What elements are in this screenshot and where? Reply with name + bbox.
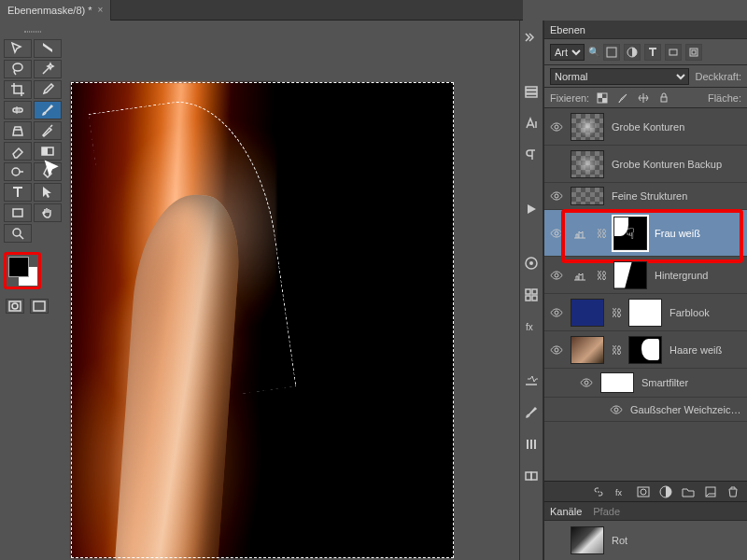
channels-panel-header[interactable]: Kanäle Pfade bbox=[544, 502, 747, 521]
paths-tab[interactable]: Pfade bbox=[593, 506, 620, 517]
new-group-icon[interactable] bbox=[680, 483, 697, 500]
layer-thumbnail[interactable] bbox=[571, 113, 604, 141]
layer-row[interactable]: Feine Strukturen bbox=[544, 183, 747, 210]
layer-fx-icon[interactable]: fx bbox=[613, 483, 629, 500]
brushes-panel-icon[interactable] bbox=[522, 403, 541, 422]
filter-pixel-icon[interactable] bbox=[603, 44, 620, 61]
adjustments-panel-icon[interactable] bbox=[522, 371, 541, 390]
path-selection-tool[interactable] bbox=[34, 183, 62, 202]
layer-name[interactable]: Grobe Konturen bbox=[612, 121, 741, 133]
foreground-color[interactable] bbox=[8, 257, 29, 277]
link-icon[interactable]: ⛓ bbox=[597, 228, 606, 239]
visibility-toggle[interactable] bbox=[550, 534, 563, 547]
new-layer-icon[interactable] bbox=[702, 483, 719, 500]
visibility-toggle[interactable] bbox=[550, 189, 563, 203]
styles-panel-icon[interactable]: fx bbox=[522, 317, 541, 336]
visibility-toggle[interactable] bbox=[550, 158, 563, 171]
layer-name[interactable]: Feine Strukturen bbox=[612, 190, 741, 202]
magic-wand-tool[interactable] bbox=[34, 60, 62, 78]
layer-row[interactable]: ⛓ Haare weiß bbox=[544, 331, 747, 369]
hand-tool[interactable] bbox=[34, 203, 62, 222]
layer-name[interactable]: Smartfilter bbox=[641, 377, 741, 388]
brush-presets-panel-icon[interactable] bbox=[522, 435, 541, 454]
actions-panel-icon[interactable] bbox=[522, 200, 541, 218]
layer-name[interactable]: Grobe Konturen Backup bbox=[612, 159, 741, 170]
panel-grip[interactable] bbox=[0, 28, 65, 35]
layer-row[interactable]: Smartfilter bbox=[544, 369, 747, 398]
layer-thumbnail[interactable] bbox=[571, 336, 604, 364]
layer-row[interactable]: ⛓ Farblook bbox=[544, 294, 747, 331]
layer-row[interactable]: ⛓ ☟ Frau weiß bbox=[544, 210, 747, 257]
layer-name[interactable]: Farblook bbox=[669, 307, 741, 318]
swatches-panel-icon[interactable] bbox=[522, 286, 541, 304]
layer-mask-thumbnail[interactable] bbox=[628, 336, 662, 364]
healing-brush-tool[interactable] bbox=[4, 101, 32, 119]
channel-row[interactable]: Rot bbox=[544, 521, 747, 560]
visibility-toggle[interactable] bbox=[550, 120, 563, 133]
expand-panels-icon[interactable] bbox=[522, 28, 541, 47]
layer-name[interactable]: Gaußscher Weichzeichner bbox=[630, 404, 741, 415]
layer-name[interactable]: Hintergrund bbox=[655, 270, 741, 281]
visibility-toggle[interactable] bbox=[550, 227, 563, 240]
screen-mode-toggle[interactable] bbox=[30, 299, 49, 314]
character-panel-icon[interactable] bbox=[522, 114, 541, 133]
lock-all-icon[interactable] bbox=[656, 91, 671, 105]
channel-thumbnail[interactable] bbox=[571, 526, 604, 554]
gradient-tool[interactable] bbox=[34, 142, 62, 161]
color-swatches[interactable] bbox=[4, 252, 41, 289]
pen-tool[interactable] bbox=[34, 162, 62, 181]
layer-name[interactable]: Haare weiß bbox=[669, 344, 741, 356]
layer-name[interactable]: Frau weiß bbox=[655, 228, 741, 239]
filter-type-icon[interactable] bbox=[644, 44, 661, 61]
history-brush-tool[interactable] bbox=[34, 121, 62, 140]
layer-mask-thumbnail[interactable]: ☟ bbox=[613, 217, 647, 250]
document-tab[interactable]: Ebenenmaske/8) * × bbox=[0, 0, 111, 21]
layer-mask-thumbnail[interactable] bbox=[628, 299, 662, 327]
clone-stamp-tool[interactable] bbox=[4, 121, 32, 140]
layer-thumbnail[interactable] bbox=[571, 299, 604, 327]
layer-thumbnail[interactable] bbox=[571, 187, 604, 205]
channel-name[interactable]: Rot bbox=[612, 535, 627, 546]
channels-tab[interactable]: Kanäle bbox=[550, 506, 582, 517]
filter-adjustment-icon[interactable] bbox=[624, 44, 641, 61]
lock-pixels-icon[interactable] bbox=[595, 91, 610, 105]
eraser-tool[interactable] bbox=[4, 142, 32, 161]
paragraph-panel-icon[interactable] bbox=[522, 146, 541, 164]
quickmask-toggle[interactable] bbox=[6, 299, 24, 314]
visibility-toggle[interactable] bbox=[580, 376, 593, 389]
delete-layer-icon[interactable] bbox=[725, 483, 741, 500]
document-canvas[interactable] bbox=[71, 82, 454, 558]
brush-tool[interactable] bbox=[34, 101, 62, 119]
visibility-toggle[interactable] bbox=[610, 403, 623, 416]
layer-row[interactable]: Gaußscher Weichzeichner bbox=[544, 398, 747, 422]
type-tool[interactable] bbox=[4, 183, 32, 202]
layer-mask-thumbnail[interactable] bbox=[613, 261, 647, 289]
filter-smart-icon[interactable] bbox=[685, 44, 702, 61]
color-panel-icon[interactable] bbox=[522, 254, 541, 273]
zoom-tool[interactable] bbox=[4, 224, 32, 243]
link-layers-icon[interactable] bbox=[590, 483, 607, 500]
close-icon[interactable]: × bbox=[98, 5, 104, 15]
filter-shape-icon[interactable] bbox=[665, 44, 682, 61]
lock-move-icon[interactable] bbox=[636, 91, 651, 105]
layer-row[interactable]: ⛓ Hintergrund bbox=[544, 257, 747, 294]
visibility-toggle[interactable] bbox=[550, 343, 563, 357]
lock-position-icon[interactable] bbox=[615, 91, 630, 105]
dodge-tool[interactable] bbox=[4, 162, 32, 181]
link-icon[interactable]: ⛓ bbox=[612, 307, 621, 318]
move-tool[interactable] bbox=[4, 39, 32, 58]
crop-tool[interactable] bbox=[4, 80, 32, 99]
layers-panel-header[interactable]: Ebenen bbox=[544, 21, 747, 39]
link-icon[interactable]: ⛓ bbox=[612, 344, 621, 356]
blend-mode-select[interactable]: Normal bbox=[550, 68, 689, 85]
visibility-toggle[interactable] bbox=[550, 306, 563, 319]
history-panel-icon[interactable] bbox=[522, 82, 541, 101]
layer-filter-kind[interactable]: Art bbox=[550, 44, 585, 61]
add-mask-icon[interactable] bbox=[635, 483, 652, 500]
link-icon[interactable]: ⛓ bbox=[597, 270, 606, 281]
rectangle-tool[interactable] bbox=[4, 203, 32, 222]
artboard-tool[interactable] bbox=[34, 39, 62, 58]
layer-thumbnail[interactable] bbox=[600, 372, 634, 393]
layer-row[interactable]: Grobe Konturen Backup bbox=[544, 146, 747, 183]
layer-thumbnail[interactable] bbox=[571, 150, 604, 178]
